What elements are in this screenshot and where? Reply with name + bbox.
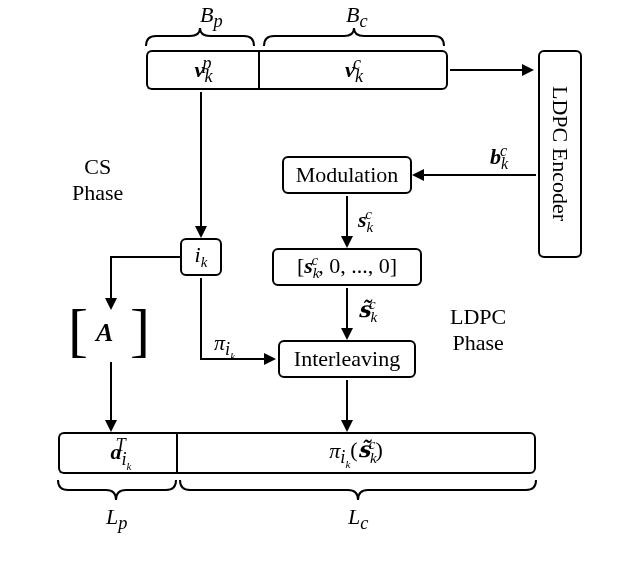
- zero-pad-box: [skc, 0, ..., 0]: [272, 248, 422, 286]
- arrow-mod-zp-line: [346, 196, 348, 238]
- Lp-label: Lp: [106, 504, 127, 534]
- encoding-diagram: Bp Bc vkp vkc LDPC Encoder bkc CSPhase: [0, 0, 634, 576]
- arrow-zp-int-head: [341, 328, 353, 340]
- A-to-aikT-head: [105, 420, 117, 432]
- bkc-label: bkc: [490, 142, 507, 174]
- A-to-aikT-line: [110, 362, 112, 422]
- skc-label: skc: [358, 206, 372, 237]
- ik-to-A-v: [110, 256, 112, 300]
- aikT-box: aikT: [58, 432, 176, 474]
- cs-phase-label: CSPhase: [72, 154, 123, 206]
- ldpc-encoder-box: LDPC Encoder: [538, 50, 582, 258]
- arrow-vkp-ik-head: [195, 226, 207, 238]
- pi-ik-label: πik: [214, 330, 235, 362]
- arrow-ldpc-mod-head: [412, 169, 424, 181]
- arrow-vkc-ldpc-line: [450, 69, 522, 71]
- A-label: A: [96, 318, 113, 348]
- bottom-braces: [56, 478, 542, 506]
- arrow-zp-int-line: [346, 288, 348, 330]
- int-to-out-head: [341, 420, 353, 432]
- vkp-box: vkp: [146, 50, 258, 90]
- tilde-skc-label: s̃kc: [358, 296, 376, 327]
- pi-of-s-box: πik(s̃kc): [176, 432, 536, 474]
- modulation-box: Modulation: [282, 156, 412, 194]
- A-bracket-open: [: [68, 305, 88, 355]
- arrow-mod-zp-head: [341, 236, 353, 248]
- arrow-ldpc-mod-line: [424, 174, 536, 176]
- arrow-vkc-ldpc-head: [522, 64, 534, 76]
- A-bracket-close: ]: [130, 305, 150, 355]
- ik-to-A-head: [105, 298, 117, 310]
- Lc-label: Lc: [348, 504, 368, 534]
- interleaving-box: Interleaving: [278, 340, 416, 378]
- int-to-out-line: [346, 380, 348, 422]
- ik-to-int-v: [200, 278, 202, 359]
- vkc-box: vkc: [258, 50, 448, 90]
- ldpc-phase-label: LDPCPhase: [450, 304, 506, 356]
- arrow-vkp-ik-line: [200, 92, 202, 228]
- ik-to-int-head: [264, 353, 276, 365]
- top-braces: [144, 26, 446, 50]
- ik-box: ik: [180, 238, 222, 276]
- ik-to-A-h: [110, 256, 180, 258]
